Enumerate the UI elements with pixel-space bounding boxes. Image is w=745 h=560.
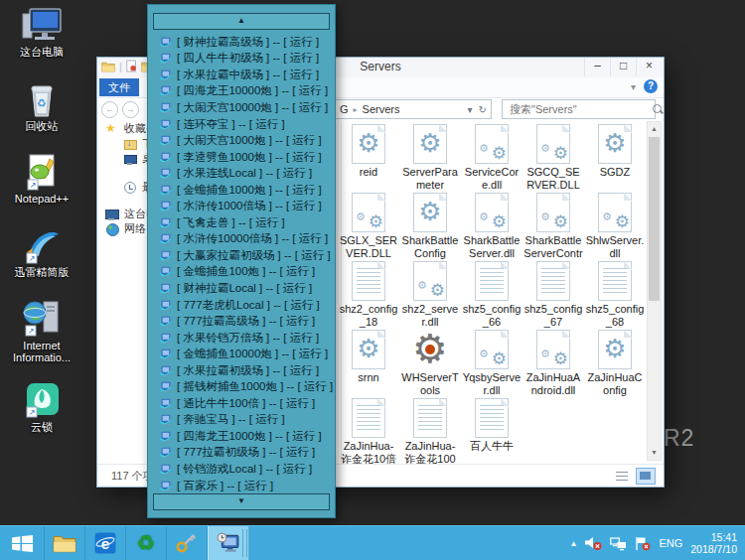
service-item[interactable]: [ 财神拉霸Local ] -- [ 运行 ] — [148, 280, 335, 297]
address-bar[interactable]: G ▸ Servers ▾ ↻ — [335, 99, 492, 119]
taskbar-explorer-button[interactable] — [45, 526, 85, 560]
file-item[interactable]: ⚙ ⚙ SharkBattleConfig — [399, 193, 461, 261]
minimize-button[interactable]: – — [584, 58, 610, 76]
service-item[interactable]: [ 连环夺宝 ] -- [ 运行 ] — [148, 116, 335, 133]
service-item[interactable]: [ 四人牛牛初级场 ] -- [ 运行 ] — [148, 51, 335, 68]
file-item[interactable]: ⚙ ⚙ ZaJinHuaAndroid.dll — [522, 330, 584, 398]
popup-scroll-down-button[interactable]: ▼ — [153, 493, 330, 510]
forward-button[interactable]: → — [122, 101, 139, 118]
file-item[interactable]: ⚙ ⚙ shz2_config_18 — [338, 261, 399, 330]
properties-icon[interactable] — [126, 60, 137, 72]
scrollbar-thumb[interactable] — [649, 137, 660, 301]
scroll-up-arrow[interactable]: ▴ — [648, 122, 661, 136]
file-menu-tab[interactable]: 文件 — [99, 78, 139, 96]
taskbar-ie-button[interactable]: e — [85, 526, 126, 560]
service-item[interactable]: [ 水浒传10000倍场 ] -- [ 运行 ] — [148, 231, 335, 248]
service-item[interactable]: [ 李逵劈鱼1000炮 ] -- [ 运行 ] — [148, 149, 335, 166]
gear-glyph: ⚙ — [369, 211, 383, 231]
file-item[interactable]: ⚙ ⚙ ShlwServer.dll — [584, 193, 646, 261]
desktop-icon-thunder[interactable]: ↗ 迅雷精简版 — [4, 226, 79, 278]
service-item[interactable]: [ 通比牛牛100倍 ] -- [ 运行 ] — [148, 395, 335, 412]
service-item[interactable]: [ 百家乐 ] -- [ 运行 ] — [148, 478, 335, 494]
desktop-icon-notepadpp[interactable]: ↗ Notepad++ — [4, 153, 79, 205]
service-item[interactable]: [ 777拉霸初级场 ] -- [ 运行 ] — [148, 445, 335, 462]
service-item[interactable]: [ 摇钱树捕鱼1000炮 ] -- [ 运行 ] — [148, 378, 335, 395]
close-button[interactable]: × — [636, 58, 662, 76]
maximize-button[interactable]: □ — [610, 58, 636, 76]
file-item[interactable]: ⚙ ⚙ SharkBattleServer.dll — [461, 193, 522, 261]
file-item[interactable]: ⚙ ⚙ shz5_config_67 — [522, 261, 584, 330]
file-item[interactable]: ⚙ ⚙ ZaJinHuaConfig — [584, 330, 646, 398]
desktop-icon-this-pc[interactable]: 这台电脑 — [4, 8, 79, 58]
file-item[interactable]: ⚙ ⚙ shz5_config_68 — [584, 261, 646, 330]
service-item[interactable]: [ 777老虎机Local ] -- [ 运行 ] — [148, 297, 335, 314]
taskbar-server-tools-button[interactable] — [208, 526, 249, 560]
network-icon[interactable] — [610, 536, 627, 551]
service-item[interactable]: [ 水浒传1000倍场 ] -- [ 运行 ] — [148, 198, 335, 214]
service-item[interactable]: [ 金蟾捕鱼100炮 ] -- [ 运行 ] — [148, 264, 335, 281]
file-item[interactable]: ⚙ ⚙ ZaJinHua-诈金花100倍 — [399, 398, 461, 467]
file-item[interactable]: ⚙ ⚙ shz2_server.dll — [399, 261, 461, 330]
service-item[interactable]: [ 财神拉霸高级场 ] -- [ 运行 ] — [148, 34, 335, 51]
ribbon-collapse-icon[interactable]: ▾ — [631, 81, 636, 92]
taskbar-key-button[interactable] — [167, 526, 208, 560]
file-item[interactable]: ⚙ ⚙ ServerParameter — [399, 124, 461, 193]
service-item[interactable]: [ 四海龙王1000炮 ] -- [ 运行 ] — [148, 428, 335, 445]
action-center-flag-icon[interactable] — [635, 536, 651, 551]
service-item[interactable]: [ 飞禽走兽 ] -- [ 运行 ] — [148, 214, 335, 231]
address-dropdown-icon[interactable]: ▾ — [468, 104, 473, 115]
search-input[interactable] — [508, 102, 653, 116]
file-item[interactable]: ⚙ ⚙ shz5_config_66 — [461, 261, 522, 330]
desktop-icon-recycle-bin[interactable]: ♻ 回收站 — [4, 81, 79, 132]
file-item[interactable]: ⚙ ⚙ SGDZ — [584, 124, 646, 193]
service-item[interactable]: [ 777拉霸高级场 ] -- [ 运行 ] — [148, 313, 335, 330]
breadcrumb-current[interactable]: Servers — [363, 103, 400, 115]
service-item[interactable]: [ 大闹天宫1000炮 ] -- [ 运行 ] — [148, 132, 335, 149]
system-tray: ▲ ENG 15:41 2018/7/10 — [570, 526, 745, 560]
service-item[interactable]: [ 四海龙王10000炮 ] -- [ 运行 ] — [148, 83, 335, 100]
vertical-scrollbar[interactable]: ▴ ▾ — [647, 121, 662, 461]
taskbar-sync-button[interactable]: ♻ — [126, 526, 167, 560]
file-name: ZaJinHuaConfig — [585, 371, 645, 396]
service-item[interactable]: [ 奔驰宝马 ] -- [ 运行 ] — [148, 412, 335, 429]
language-indicator[interactable]: ENG — [659, 537, 682, 549]
file-item[interactable]: ⚙ ⚙ YqsbyServer.dll — [461, 330, 522, 398]
search-icon[interactable] — [653, 104, 664, 115]
volume-muted-icon[interactable] — [585, 536, 602, 551]
file-item[interactable]: ⚙ ⚙ SGLX_SERVER.DLL — [338, 193, 399, 261]
popup-scroll-up-button[interactable]: ▲ — [153, 13, 330, 30]
start-button[interactable] — [0, 526, 45, 560]
file-item[interactable]: ⚙ ⚙ SharkBattleServerControl.dll — [522, 193, 584, 261]
search-box[interactable] — [502, 99, 656, 119]
file-item[interactable]: ⚙ ⚙ srnn — [338, 330, 399, 398]
details-view-button[interactable] — [612, 468, 632, 485]
service-item[interactable]: [ 金蟾捕鱼10000炮 ] -- [ 运行 ] — [148, 346, 335, 362]
file-item[interactable]: ⚙ ⚙ ZaJinHua-诈金花10倍 — [338, 398, 399, 467]
tray-expand-icon[interactable]: ▲ — [570, 539, 578, 548]
clock[interactable]: 15:41 2018/7/10 — [690, 531, 737, 555]
service-item[interactable]: [ 水果拉霸中级场 ] -- [ 运行 ] — [148, 67, 335, 83]
server-icon — [159, 101, 172, 114]
breadcrumb[interactable]: G — [340, 103, 349, 115]
service-item[interactable]: [ 铃铛游戏Local ] -- [ 运行 ] — [148, 461, 335, 478]
service-item[interactable]: [ 水果铃铛万倍场 ] -- [ 运行 ] — [148, 330, 335, 347]
folder-icon[interactable] — [101, 61, 115, 72]
file-item[interactable]: ⚙ ⚙ WHServerTools — [399, 330, 461, 398]
scroll-down-arrow[interactable]: ▾ — [648, 446, 661, 460]
desktop-icon-iis[interactable]: ↗ Internet Informatio... — [4, 298, 79, 363]
service-item[interactable]: [ 水果连线Local ] -- [ 运行 ] — [148, 165, 335, 182]
service-item[interactable]: [ 大闹天宫10000炮 ] -- [ 运行 ] — [148, 99, 335, 116]
file-item[interactable]: ⚙ ⚙ SGCQ_SERVER.DLL — [522, 124, 584, 193]
service-item[interactable]: [ 大赢家拉霸初级场 ] -- [ 运行 ] — [148, 247, 335, 264]
refresh-icon[interactable]: ↻ — [479, 104, 487, 115]
help-button[interactable]: ? — [644, 79, 658, 93]
file-item[interactable]: ⚙ ⚙ 百人牛牛 — [461, 398, 522, 467]
file-item[interactable]: ⚙ ⚙ reid — [338, 124, 399, 193]
file-item[interactable]: ⚙ ⚙ ServiceCore.dll — [461, 124, 522, 193]
desktop-icon-yunsuo[interactable]: ↗ 云锁 — [4, 381, 79, 433]
back-button[interactable]: ← — [101, 101, 118, 118]
service-item[interactable]: [ 金蟾捕鱼1000炮 ] -- [ 运行 ] — [148, 182, 335, 199]
service-list: [ 财神拉霸高级场 ] -- [ 运行 ] [ 四人牛牛初级场 ] -- [ 运… — [148, 34, 335, 493]
service-item[interactable]: [ 水果拉霸初级场 ] -- [ 运行 ] — [148, 362, 335, 379]
large-icons-view-button[interactable] — [636, 468, 656, 485]
